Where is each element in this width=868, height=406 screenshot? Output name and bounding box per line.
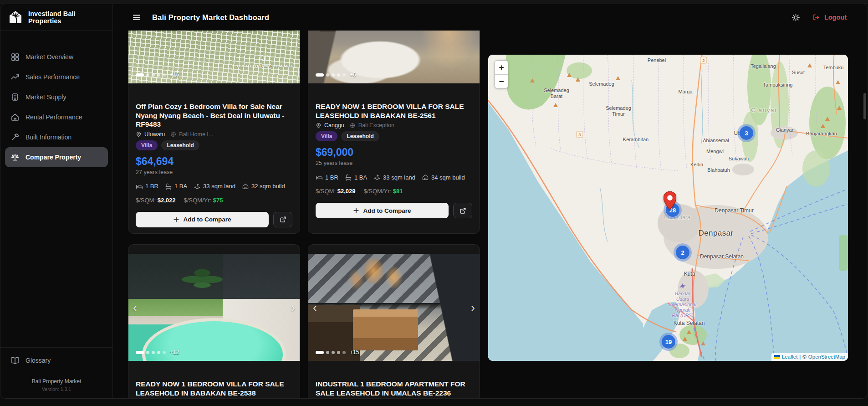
build-value: 32 sqm build [251, 183, 285, 190]
logout-button[interactable]: Logout [812, 13, 847, 21]
carousel-dot[interactable] [342, 351, 346, 354]
external-link-button[interactable] [453, 203, 472, 218]
header-actions: Logout [791, 13, 868, 22]
carousel-dot[interactable] [326, 73, 329, 77]
map-cluster-marker[interactable]: 19 [662, 335, 675, 349]
sqmyr-label: $/SQM/Yr: [184, 197, 211, 204]
copyright-symbol: © [802, 354, 806, 360]
carousel-dot[interactable] [152, 73, 155, 77]
external-link-icon [460, 207, 466, 214]
carousel-dot[interactable] [332, 351, 335, 354]
map-cluster-marker[interactable]: 2 [676, 246, 689, 259]
carousel-dot-active[interactable] [316, 351, 324, 354]
carousel-dots[interactable]: +12 [136, 349, 179, 355]
theme-toggle-sun-icon[interactable] [791, 13, 800, 22]
add-to-compare-label: Add to Compare [183, 216, 231, 223]
sqmyr-value: $81 [393, 188, 403, 195]
property-photo-carousel[interactable]: +6 [308, 31, 480, 83]
carousel-dot-active[interactable] [136, 351, 144, 354]
build-spec: 34 sqm build [422, 174, 465, 181]
hamburger-menu-icon[interactable] [132, 13, 141, 22]
carousel-prev-icon[interactable]: ‹ [313, 302, 317, 313]
carousel-next-icon[interactable]: › [471, 302, 475, 313]
globe-icon [350, 123, 356, 128]
carousel-dot[interactable] [157, 351, 160, 354]
bath-icon [345, 174, 352, 181]
listing-title: READY NOW 1 BEDROOM VILLA FOR SALE LEASE… [136, 380, 292, 397]
land-plot-icon [373, 174, 381, 181]
bathrooms-value: 1 BA [354, 174, 367, 181]
carousel-dot[interactable] [146, 351, 149, 354]
page-title: Bali Property Market Dashboard [152, 13, 269, 22]
carousel-dot[interactable] [146, 73, 149, 77]
carousel-dot[interactable] [163, 73, 166, 77]
sqm-label: $/SQM: [316, 188, 336, 195]
plus-icon [353, 207, 359, 214]
card-actions: Add to Compare [136, 212, 292, 227]
card-body: READY NOW 1 BEDROOM VILLA FOR SALE LEASE… [308, 83, 480, 218]
map-cluster-marker[interactable]: 3 [740, 126, 753, 140]
carousel-prev-icon[interactable]: ‹ [133, 302, 137, 313]
map-panel[interactable]: Penebel Tegallalang Susut Tembuku Tampak… [488, 55, 848, 361]
map-zoom-control: + − [495, 60, 508, 88]
build-value: 34 sqm build [431, 174, 465, 181]
osm-link[interactable]: OpenStreetMap [808, 354, 845, 360]
add-to-compare-button[interactable]: Add to Compare [316, 203, 449, 218]
sqm-label: $/SQM: [136, 197, 156, 204]
carousel-dot[interactable] [342, 73, 346, 77]
property-card: ‹ › +12 READY NOW 1 BEDROOM VILLA FOR SA… [128, 244, 300, 398]
carousel-next-icon[interactable]: › [291, 302, 295, 313]
zoom-in-button[interactable]: + [495, 61, 508, 74]
scrollbar-thumb[interactable] [863, 93, 866, 119]
sidebar-item-glossary[interactable]: Glossary [5, 348, 108, 373]
carousel-dot[interactable] [326, 351, 329, 354]
carousel-dot[interactable] [337, 73, 340, 77]
carousel-dot[interactable] [163, 351, 166, 354]
sidebar-item-market-supply[interactable]: Market Supply [5, 87, 108, 107]
carousel-dot[interactable] [152, 351, 155, 354]
carousel-dot[interactable] [337, 351, 340, 354]
carousel-dots[interactable]: +15 [316, 349, 359, 355]
listing-source: Bali Home I... [179, 131, 213, 138]
sidebar-item-built-information[interactable]: Built Information [5, 127, 108, 147]
property-photo-carousel[interactable]: BALI HOME IMMO +16 [128, 31, 300, 83]
external-link-icon [280, 216, 286, 223]
listing-area: Uluwatu [144, 131, 165, 138]
external-link-button[interactable] [273, 212, 292, 227]
carousel-dots[interactable]: +6 [316, 72, 356, 78]
sidebar-item-sales-performance[interactable]: Sales Performance [5, 67, 108, 87]
bed-icon [136, 183, 143, 190]
card-body: INDUSTRIAL 1 BEDROOM APARTMENT FOR SALE … [308, 361, 480, 397]
carousel-dot-active[interactable] [136, 73, 144, 77]
sidebar-item-market-overview[interactable]: Market Overview [5, 47, 108, 67]
building-icon [10, 93, 20, 102]
carousel-dots[interactable]: +16 [136, 72, 179, 78]
tenure-badge: Leasehold [161, 140, 199, 150]
property-photo-carousel[interactable]: ‹ › +15 [308, 254, 480, 361]
sidebar-item-rental-performance[interactable]: Rental Performance [5, 107, 108, 127]
lease-term: 25 years lease [316, 160, 472, 166]
carousel-dot[interactable] [157, 73, 160, 77]
map-pin-marker[interactable] [664, 191, 676, 211]
sidebar-item-label: Built Information [26, 134, 71, 141]
sidebar-footer: Bali Property Market Version: 1.3.1 [0, 373, 112, 398]
bathrooms-value: 1 BA [174, 183, 187, 190]
sidebar-item-compare-property[interactable]: Compare Property [5, 147, 108, 167]
listing-location-row: Canggu Bali Exception [316, 122, 472, 128]
zoom-out-button[interactable]: − [495, 74, 508, 88]
carousel-dot[interactable] [332, 73, 335, 77]
property-type-badge: Villa [136, 140, 158, 150]
screen: Investland Bali Properties Market Overvi… [0, 0, 868, 406]
land-spec: 33 sqm land [194, 183, 235, 190]
land-value: 33 sqm land [203, 183, 235, 190]
more-photos-count: +12 [170, 349, 179, 355]
sidebar-item-label: Rental Performance [26, 113, 82, 121]
add-to-compare-button[interactable]: Add to Compare [136, 212, 269, 227]
bedrooms-spec: 1 BR [316, 174, 338, 181]
property-photo-carousel[interactable]: ‹ › +12 [128, 254, 300, 361]
ukraine-flag-icon [774, 355, 780, 359]
leaflet-link[interactable]: Leaflet [782, 354, 798, 360]
carousel-dot-active[interactable] [316, 73, 324, 77]
sidebar: Investland Bali Properties Market Overvi… [0, 4, 113, 398]
sqmyr-value: $75 [213, 197, 223, 204]
